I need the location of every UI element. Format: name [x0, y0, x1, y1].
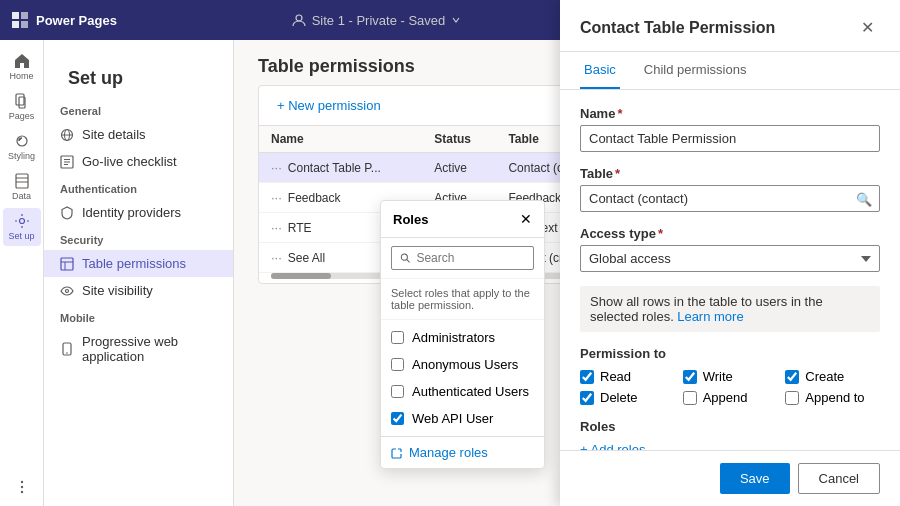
- panel-footer: Save Cancel: [560, 450, 900, 506]
- svg-rect-8: [16, 94, 24, 105]
- panel-header: Contact Table Permission ✕: [560, 0, 900, 52]
- save-button[interactable]: Save: [720, 463, 790, 494]
- setup-icon: [14, 213, 30, 229]
- manage-roles-footer[interactable]: Manage roles: [381, 436, 544, 468]
- nav-item-site-visibility[interactable]: Site visibility: [44, 277, 233, 304]
- scrollbar-thumb: [271, 273, 331, 279]
- sidebar-icon-pages[interactable]: Pages: [3, 88, 41, 126]
- col-status: Status: [422, 126, 496, 153]
- col-name: Name: [259, 126, 422, 153]
- roles-popup-header: Roles ✕: [381, 201, 544, 238]
- checkbox-input-write[interactable]: [683, 370, 697, 384]
- icon-sidebar: Home Pages Styling Data Set up: [0, 40, 44, 506]
- app-logo-icon: [12, 12, 28, 28]
- svg-rect-0: [12, 12, 19, 19]
- section-auth: Authentication: [44, 175, 233, 199]
- roles-search-input[interactable]: [416, 251, 525, 265]
- svg-rect-11: [16, 174, 28, 188]
- pages-icon: [14, 93, 30, 109]
- info-box: Show all rows in the table to users in t…: [580, 286, 880, 332]
- section-mobile: Mobile: [44, 304, 233, 328]
- app-name: Power Pages: [36, 13, 117, 28]
- search-icon: 🔍: [856, 191, 872, 206]
- svg-point-4: [296, 15, 302, 21]
- panel-title: Contact Table Permission: [580, 19, 775, 37]
- svg-point-14: [19, 219, 24, 224]
- nav-item-table-permissions[interactable]: Table permissions: [44, 250, 233, 277]
- sidebar-icon-setup[interactable]: Set up: [3, 208, 41, 246]
- permission-checkboxes: Read Write Create Delete Append Append t…: [580, 369, 880, 405]
- section-general: General: [44, 97, 233, 121]
- panel-tabs: Basic Child permissions: [560, 52, 900, 90]
- access-type-select[interactable]: Global access Self Account Parent/Child …: [580, 245, 880, 272]
- checkbox-input-create[interactable]: [785, 370, 799, 384]
- cancel-button[interactable]: Cancel: [798, 463, 880, 494]
- checkbox-input-append_to[interactable]: [785, 391, 799, 405]
- checklist-icon: [60, 155, 74, 169]
- roles-list-item[interactable]: Administrators: [381, 324, 544, 351]
- tab-child-permissions[interactable]: Child permissions: [640, 52, 751, 89]
- panel-close-button[interactable]: ✕: [855, 16, 880, 39]
- manage-roles-link: Manage roles: [409, 445, 488, 460]
- svg-point-30: [66, 352, 68, 354]
- roles-section-title: Roles: [580, 419, 880, 434]
- site-info-text: Site 1 - Private - Saved: [312, 13, 446, 28]
- nav-sidebar: Set up General Site details Go-live chec…: [44, 40, 234, 506]
- search-icon: [400, 252, 410, 264]
- panel-body: Name * Table * 🔍 Access type * Global ac…: [560, 90, 900, 450]
- sidebar-icon-home[interactable]: Home: [3, 48, 41, 86]
- name-input[interactable]: [580, 125, 880, 152]
- roles-list: Administrators Anonymous Users Authentic…: [381, 320, 544, 436]
- nav-item-pwa[interactable]: Progressive web application: [44, 328, 233, 370]
- roles-popup: Roles ✕ Select roles that apply to the t…: [380, 200, 545, 469]
- checkbox-read: Read: [580, 369, 675, 384]
- external-link-icon: [391, 447, 403, 459]
- checkbox-input-append[interactable]: [683, 391, 697, 405]
- add-roles-button[interactable]: + Add roles: [580, 442, 645, 450]
- learn-more-link[interactable]: Learn more: [677, 309, 743, 324]
- side-panel: Contact Table Permission ✕ Basic Child p…: [560, 0, 900, 506]
- checkbox-input-delete[interactable]: [580, 391, 594, 405]
- svg-point-15: [20, 481, 22, 483]
- styling-icon: [14, 133, 30, 149]
- shield-icon: [60, 206, 74, 220]
- roles-popup-description: Select roles that apply to the table per…: [381, 279, 544, 320]
- app-logo: Power Pages: [12, 12, 117, 28]
- roles-popup-close[interactable]: ✕: [520, 211, 532, 227]
- nav-item-site-details[interactable]: Site details: [44, 121, 233, 148]
- svg-point-32: [401, 254, 407, 260]
- more-icon: [14, 479, 30, 495]
- sidebar-icon-styling[interactable]: Styling: [3, 128, 41, 166]
- svg-point-16: [20, 486, 22, 488]
- svg-rect-1: [21, 12, 28, 19]
- checkbox-input-read[interactable]: [580, 370, 594, 384]
- checkbox-delete: Delete: [580, 390, 675, 405]
- svg-line-33: [407, 260, 410, 263]
- tab-basic[interactable]: Basic: [580, 52, 620, 89]
- nav-item-identity[interactable]: Identity providers: [44, 199, 233, 226]
- svg-point-17: [20, 491, 22, 493]
- permission-to-label: Permission to: [580, 346, 880, 361]
- checkbox-append: Append: [683, 390, 778, 405]
- new-permission-button[interactable]: + New permission: [271, 94, 387, 117]
- globe-icon: [60, 128, 74, 142]
- checkbox-write: Write: [683, 369, 778, 384]
- site-info: Site 1 - Private - Saved: [127, 13, 626, 28]
- roles-popup-title: Roles: [393, 212, 428, 227]
- roles-list-item[interactable]: Web API User: [381, 405, 544, 432]
- roles-list-item[interactable]: Anonymous Users: [381, 351, 544, 378]
- setup-title: Set up: [44, 52, 233, 97]
- access-type-field-group: Access type * Global access Self Account…: [580, 226, 880, 272]
- user-icon: [292, 13, 306, 27]
- chevron-down-icon: [451, 15, 461, 25]
- roles-list-item[interactable]: Authenticated Users: [381, 378, 544, 405]
- sidebar-icon-data[interactable]: Data: [3, 168, 41, 206]
- svg-rect-2: [21, 21, 28, 28]
- data-icon: [14, 173, 30, 189]
- table-input[interactable]: [580, 185, 880, 212]
- mobile-icon: [60, 342, 74, 356]
- table-icon: [60, 257, 74, 271]
- nav-item-golive[interactable]: Go-live checklist: [44, 148, 233, 175]
- svg-point-28: [66, 289, 69, 292]
- sidebar-icon-more[interactable]: [3, 468, 41, 506]
